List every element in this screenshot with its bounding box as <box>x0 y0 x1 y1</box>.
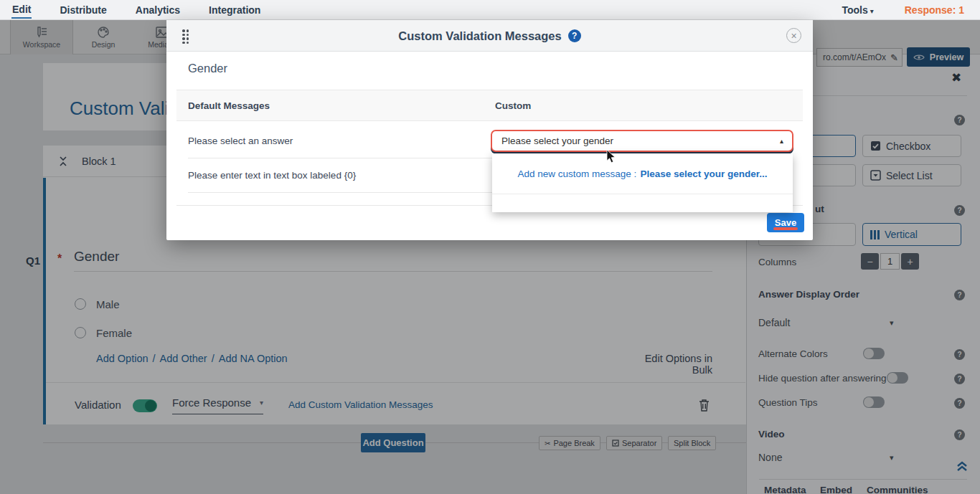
modal-title: Custom Validation Messages <box>398 29 561 43</box>
modal-section-title: Gender <box>188 62 227 75</box>
custom-message-dropdown-panel: Add new custom message : Please select y… <box>492 153 793 212</box>
caret-down-icon: ▾ <box>870 7 874 15</box>
tools-label: Tools <box>842 4 867 16</box>
column-header-custom: Custom <box>495 100 531 111</box>
row-divider <box>188 192 492 193</box>
nav-tab-edit[interactable]: Edit <box>11 1 32 19</box>
nav-tab-analytics[interactable]: Analytics <box>135 2 181 18</box>
modal-close-icon[interactable]: × <box>786 28 801 43</box>
top-nav: Edit Distribute Analytics Integration To… <box>0 0 980 20</box>
dropdown-divider <box>492 194 793 194</box>
save-underline-bar <box>773 227 798 230</box>
nav-right: Tools▾ Response: 1 <box>841 2 964 18</box>
nav-left: Edit Distribute Analytics Integration <box>11 1 261 19</box>
save-button[interactable]: Save <box>767 213 804 232</box>
custom-validation-modal: Custom Validation Messages ? × Gender De… <box>166 20 813 240</box>
response-count[interactable]: Response: 1 <box>905 4 964 16</box>
modal-help-icon[interactable]: ? <box>568 29 581 42</box>
option-prefix: Add new custom message : <box>518 168 637 179</box>
caret-up-icon: ▴ <box>780 137 783 145</box>
default-message-cell: Please select an answer <box>188 136 293 146</box>
modal-header: Custom Validation Messages ? × <box>166 20 813 52</box>
drag-handle-icon[interactable] <box>182 29 189 44</box>
table-header-row: Default Messages Custom <box>176 90 803 121</box>
default-message-cell: Please enter text in text box labeled {0… <box>188 170 356 181</box>
save-label: Save <box>775 217 796 228</box>
modal-title-wrap: Custom Validation Messages ? <box>166 20 813 52</box>
combobox-value: Please select your gender <box>501 136 613 146</box>
column-header-default: Default Messages <box>188 100 270 111</box>
add-new-custom-message-option[interactable]: Add new custom message : Please select y… <box>492 153 793 194</box>
custom-message-combobox[interactable]: Please select your gender ▴ <box>491 130 793 152</box>
nav-tab-integration[interactable]: Integration <box>208 2 261 18</box>
option-value: Please select your gender... <box>640 168 767 179</box>
app-root: Edit Distribute Analytics Integration To… <box>0 0 980 494</box>
nav-tab-distribute[interactable]: Distribute <box>59 2 107 18</box>
tools-menu[interactable]: Tools▾ <box>841 2 874 18</box>
